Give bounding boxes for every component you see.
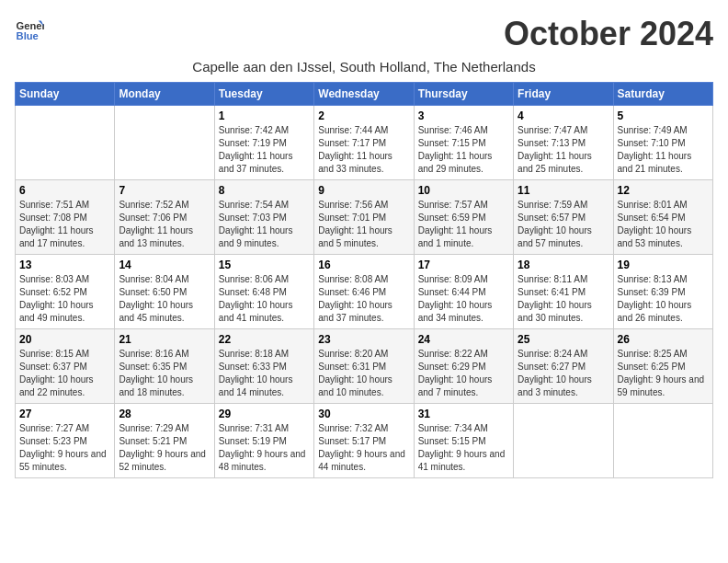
- day-number: 19: [618, 259, 709, 271]
- day-number: 30: [318, 408, 409, 420]
- day-info: Sunrise: 7:59 AM Sunset: 6:57 PM Dayligh…: [518, 199, 609, 250]
- day-info: Sunrise: 8:18 AM Sunset: 6:33 PM Dayligh…: [219, 348, 310, 399]
- calendar-day-cell: 20Sunrise: 8:15 AM Sunset: 6:37 PM Dayli…: [16, 329, 115, 404]
- day-info: Sunrise: 8:15 AM Sunset: 6:37 PM Dayligh…: [19, 348, 110, 399]
- day-info: Sunrise: 8:03 AM Sunset: 6:52 PM Dayligh…: [19, 273, 110, 325]
- calendar-week-row: 13Sunrise: 8:03 AM Sunset: 6:52 PM Dayli…: [16, 255, 713, 329]
- day-number: 4: [518, 109, 609, 122]
- day-info: Sunrise: 7:47 AM Sunset: 7:13 PM Dayligh…: [518, 124, 609, 176]
- calendar-day-cell: 18Sunrise: 8:11 AM Sunset: 6:41 PM Dayli…: [514, 255, 613, 329]
- day-info: Sunrise: 7:46 AM Sunset: 7:15 PM Dayligh…: [418, 124, 509, 176]
- calendar-day-cell: 22Sunrise: 8:18 AM Sunset: 6:33 PM Dayli…: [214, 329, 313, 404]
- day-number: 20: [19, 333, 110, 346]
- day-info: Sunrise: 7:34 AM Sunset: 5:15 PM Dayligh…: [418, 422, 509, 474]
- calendar-week-row: 1Sunrise: 7:42 AM Sunset: 7:19 PM Daylig…: [16, 106, 713, 180]
- day-info: Sunrise: 8:04 AM Sunset: 6:50 PM Dayligh…: [119, 273, 210, 325]
- day-info: Sunrise: 7:56 AM Sunset: 7:01 PM Dayligh…: [318, 199, 409, 250]
- calendar-day-cell: 19Sunrise: 8:13 AM Sunset: 6:39 PM Dayli…: [613, 255, 712, 329]
- calendar-week-row: 20Sunrise: 8:15 AM Sunset: 6:37 PM Dayli…: [16, 329, 713, 404]
- day-number: 26: [618, 333, 709, 346]
- day-info: Sunrise: 7:32 AM Sunset: 5:17 PM Dayligh…: [318, 422, 409, 474]
- day-number: 28: [119, 408, 210, 420]
- calendar-day-cell: 10Sunrise: 7:57 AM Sunset: 6:59 PM Dayli…: [414, 180, 513, 255]
- calendar-day-cell: 25Sunrise: 8:24 AM Sunset: 6:27 PM Dayli…: [514, 329, 613, 404]
- calendar-day-cell: 24Sunrise: 8:22 AM Sunset: 6:29 PM Dayli…: [414, 329, 513, 404]
- calendar-day-cell: 31Sunrise: 7:34 AM Sunset: 5:15 PM Dayli…: [414, 404, 513, 478]
- calendar-day-cell: 1Sunrise: 7:42 AM Sunset: 7:19 PM Daylig…: [214, 106, 313, 180]
- calendar-day-header: Monday: [115, 83, 214, 106]
- calendar-day-header: Sunday: [16, 83, 115, 106]
- day-info: Sunrise: 7:27 AM Sunset: 5:23 PM Dayligh…: [19, 422, 110, 474]
- calendar-day-header: Friday: [514, 83, 613, 106]
- day-info: Sunrise: 7:42 AM Sunset: 7:19 PM Dayligh…: [219, 124, 310, 176]
- day-number: 9: [318, 184, 409, 197]
- day-number: 12: [618, 184, 709, 197]
- day-number: 14: [119, 259, 210, 271]
- calendar-body: 1Sunrise: 7:42 AM Sunset: 7:19 PM Daylig…: [16, 106, 713, 478]
- day-info: Sunrise: 8:09 AM Sunset: 6:44 PM Dayligh…: [418, 273, 509, 325]
- svg-text:Blue: Blue: [17, 30, 39, 41]
- subtitle: Capelle aan den IJssel, South Holland, T…: [15, 59, 713, 75]
- calendar-day-header: Tuesday: [214, 83, 313, 106]
- calendar-day-cell: 23Sunrise: 8:20 AM Sunset: 6:31 PM Dayli…: [314, 329, 414, 404]
- day-number: 27: [19, 408, 110, 420]
- day-info: Sunrise: 7:44 AM Sunset: 7:17 PM Dayligh…: [318, 124, 409, 176]
- day-info: Sunrise: 7:29 AM Sunset: 5:21 PM Dayligh…: [119, 422, 210, 474]
- calendar-day-cell: [16, 106, 115, 180]
- month-title: October 2024: [504, 15, 713, 53]
- calendar-day-cell: 4Sunrise: 7:47 AM Sunset: 7:13 PM Daylig…: [514, 106, 613, 180]
- calendar-day-cell: 13Sunrise: 8:03 AM Sunset: 6:52 PM Dayli…: [16, 255, 115, 329]
- calendar-day-cell: 9Sunrise: 7:56 AM Sunset: 7:01 PM Daylig…: [314, 180, 414, 255]
- calendar-day-cell: 12Sunrise: 8:01 AM Sunset: 6:54 PM Dayli…: [613, 180, 712, 255]
- calendar-day-header: Saturday: [613, 83, 712, 106]
- calendar-day-header: Thursday: [414, 83, 513, 106]
- calendar-day-cell: [613, 404, 712, 478]
- day-number: 24: [418, 333, 509, 346]
- calendar-header-row: SundayMondayTuesdayWednesdayThursdayFrid…: [16, 83, 713, 106]
- calendar-week-row: 27Sunrise: 7:27 AM Sunset: 5:23 PM Dayli…: [16, 404, 713, 478]
- day-number: 2: [318, 109, 409, 122]
- day-number: 17: [418, 259, 509, 271]
- day-number: 7: [119, 184, 210, 197]
- day-number: 31: [418, 408, 509, 420]
- calendar-day-cell: 26Sunrise: 8:25 AM Sunset: 6:25 PM Dayli…: [613, 329, 712, 404]
- day-info: Sunrise: 8:01 AM Sunset: 6:54 PM Dayligh…: [618, 199, 709, 250]
- day-number: 8: [219, 184, 310, 197]
- day-number: 1: [219, 109, 310, 122]
- calendar-day-cell: 17Sunrise: 8:09 AM Sunset: 6:44 PM Dayli…: [414, 255, 513, 329]
- calendar-day-cell: 5Sunrise: 7:49 AM Sunset: 7:10 PM Daylig…: [613, 106, 712, 180]
- calendar-week-row: 6Sunrise: 7:51 AM Sunset: 7:08 PM Daylig…: [16, 180, 713, 255]
- day-info: Sunrise: 7:51 AM Sunset: 7:08 PM Dayligh…: [19, 199, 110, 250]
- logo: General Blue: [15, 15, 44, 44]
- day-info: Sunrise: 8:25 AM Sunset: 6:25 PM Dayligh…: [618, 348, 709, 399]
- day-number: 18: [518, 259, 609, 271]
- calendar-day-cell: 3Sunrise: 7:46 AM Sunset: 7:15 PM Daylig…: [414, 106, 513, 180]
- day-number: 15: [219, 259, 310, 271]
- calendar-day-cell: 16Sunrise: 8:08 AM Sunset: 6:46 PM Dayli…: [314, 255, 414, 329]
- day-info: Sunrise: 7:49 AM Sunset: 7:10 PM Dayligh…: [618, 124, 709, 176]
- calendar-day-cell: 21Sunrise: 8:16 AM Sunset: 6:35 PM Dayli…: [115, 329, 214, 404]
- day-number: 3: [418, 109, 509, 122]
- day-number: 16: [318, 259, 409, 271]
- day-info: Sunrise: 8:24 AM Sunset: 6:27 PM Dayligh…: [518, 348, 609, 399]
- day-number: 13: [19, 259, 110, 271]
- day-number: 10: [418, 184, 509, 197]
- day-number: 25: [518, 333, 609, 346]
- day-info: Sunrise: 8:11 AM Sunset: 6:41 PM Dayligh…: [518, 273, 609, 325]
- day-info: Sunrise: 7:31 AM Sunset: 5:19 PM Dayligh…: [219, 422, 310, 474]
- day-info: Sunrise: 8:06 AM Sunset: 6:48 PM Dayligh…: [219, 273, 310, 325]
- calendar-day-header: Wednesday: [314, 83, 414, 106]
- day-number: 5: [618, 109, 709, 122]
- calendar-day-cell: 27Sunrise: 7:27 AM Sunset: 5:23 PM Dayli…: [16, 404, 115, 478]
- calendar-day-cell: 2Sunrise: 7:44 AM Sunset: 7:17 PM Daylig…: [314, 106, 414, 180]
- day-info: Sunrise: 8:22 AM Sunset: 6:29 PM Dayligh…: [418, 348, 509, 399]
- day-info: Sunrise: 8:13 AM Sunset: 6:39 PM Dayligh…: [618, 273, 709, 325]
- day-info: Sunrise: 8:20 AM Sunset: 6:31 PM Dayligh…: [318, 348, 409, 399]
- day-info: Sunrise: 7:57 AM Sunset: 6:59 PM Dayligh…: [418, 199, 509, 250]
- calendar-day-cell: 11Sunrise: 7:59 AM Sunset: 6:57 PM Dayli…: [514, 180, 613, 255]
- logo-icon: General Blue: [15, 15, 44, 44]
- day-info: Sunrise: 8:08 AM Sunset: 6:46 PM Dayligh…: [318, 273, 409, 325]
- day-info: Sunrise: 8:16 AM Sunset: 6:35 PM Dayligh…: [119, 348, 210, 399]
- day-number: 22: [219, 333, 310, 346]
- calendar-day-cell: [514, 404, 613, 478]
